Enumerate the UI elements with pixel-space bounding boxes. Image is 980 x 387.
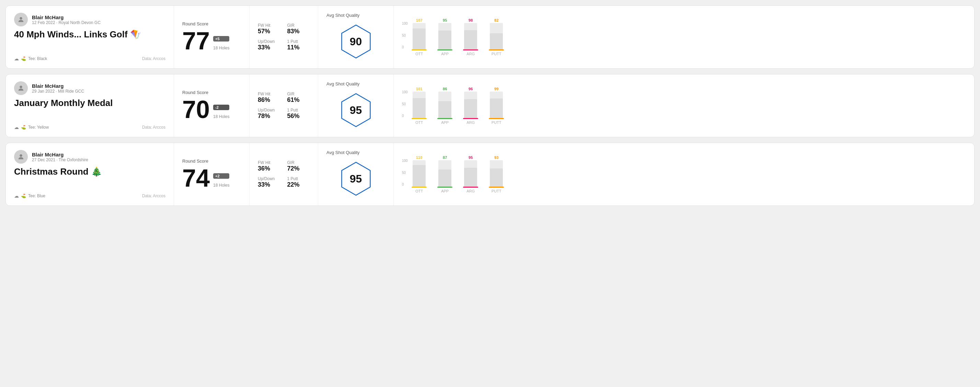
chart-column: 99 PUTT <box>487 87 506 125</box>
chart-column: 107 OTT <box>410 18 429 56</box>
score-badge: +5 <box>213 36 229 41</box>
stats-grid: FW Hit 57% GIR 83% Up/Down 33% 1 Putt 11… <box>258 23 310 51</box>
round-title: January Monthly Medal <box>14 98 165 108</box>
stat-label: Up/Down <box>258 108 280 113</box>
stat-value: 83% <box>287 28 310 35</box>
quality-label: Avg Shot Quality <box>326 150 360 155</box>
hexagon: 95 <box>339 159 373 199</box>
chart-section: 100 50 0 110 OTT 87 APP <box>394 143 974 206</box>
stat-item-3: 1 Putt 56% <box>287 108 310 120</box>
svg-point-4 <box>19 154 22 157</box>
svg-point-2 <box>19 86 22 88</box>
player-date: 12 Feb 2022 · Royal North Devon GC <box>32 20 100 25</box>
golf-bag-icon: ⛳ <box>21 125 26 130</box>
tee-label: Tee: Yellow <box>28 125 49 130</box>
round-card-2: Blair McHarg 29 Jan 2022 · Mill Ride GCC… <box>5 74 975 137</box>
hexagon: 90 <box>339 22 373 62</box>
stat-item-0: FW Hit 36% <box>258 160 280 172</box>
score-section: Round Score 77 +5 18 Holes <box>174 6 250 68</box>
stats-grid: FW Hit 36% GIR 72% Up/Down 33% 1 Putt 22… <box>258 160 310 188</box>
player-date: 29 Jan 2022 · Mill Ride GCC <box>32 89 84 94</box>
data-source: Data: Arccos <box>142 194 165 198</box>
stat-item-2: Up/Down 33% <box>258 39 280 51</box>
score-number: 77 <box>182 29 210 53</box>
weather-icon: ☁ <box>14 56 19 62</box>
player-info: Blair McHarg 27 Dec 2021 · The Oxfordshi… <box>14 150 165 163</box>
stat-value: 56% <box>287 113 310 120</box>
stat-label: GIR <box>287 23 310 28</box>
stat-item-2: Up/Down 33% <box>258 176 280 188</box>
score-label: Round Score <box>182 159 241 163</box>
round-card-3: Blair McHarg 27 Dec 2021 · The Oxfordshi… <box>5 143 975 206</box>
score-holes: 18 Holes <box>213 114 229 119</box>
stat-label: FW Hit <box>258 160 280 165</box>
stat-item-2: Up/Down 78% <box>258 108 280 120</box>
chart-column: 95 APP <box>436 18 455 56</box>
stats-grid: FW Hit 86% GIR 61% Up/Down 78% 1 Putt 56… <box>258 92 310 120</box>
stat-value: 57% <box>258 28 280 35</box>
tee-label: Tee: Black <box>28 56 47 61</box>
player-date: 27 Dec 2021 · The Oxfordshire <box>32 157 88 162</box>
quality-score: 95 <box>339 90 373 130</box>
tee-label: Tee: Blue <box>28 194 45 198</box>
stat-label: 1 Putt <box>287 176 310 181</box>
chart-column: 101 OTT <box>410 87 429 125</box>
quality-label: Avg Shot Quality <box>326 81 360 86</box>
tee-info: ☁ ⛳ Tee: Yellow <box>14 125 49 130</box>
score-section: Round Score 70 -2 18 Holes <box>174 75 250 137</box>
quality-label: Avg Shot Quality <box>326 13 360 18</box>
player-info: Blair McHarg 12 Feb 2022 · Royal North D… <box>14 13 165 26</box>
chart-column: 87 APP <box>436 155 455 193</box>
stat-label: Up/Down <box>258 39 280 44</box>
stat-item-1: GIR 72% <box>287 160 310 172</box>
score-badge: -2 <box>213 105 229 110</box>
quality-section: Avg Shot Quality 95 <box>318 75 394 137</box>
score-badge: +2 <box>213 173 229 179</box>
card-footer: ☁ ⛳ Tee: Yellow Data: Arccos <box>14 125 165 130</box>
quality-section: Avg Shot Quality 95 <box>318 143 394 206</box>
data-source: Data: Arccos <box>142 125 165 130</box>
stat-value: 22% <box>287 181 310 188</box>
round-card-1: Blair McHarg 12 Feb 2022 · Royal North D… <box>5 5 975 68</box>
card-left-2: Blair McHarg 29 Jan 2022 · Mill Ride GCC… <box>6 75 174 137</box>
stat-value: 11% <box>287 44 310 51</box>
stat-item-0: FW Hit 57% <box>258 23 280 35</box>
score-row: 77 +5 18 Holes <box>182 29 241 53</box>
score-row: 74 +2 18 Holes <box>182 166 241 190</box>
tee-info: ☁ ⛳ Tee: Black <box>14 56 47 62</box>
player-info: Blair McHarg 29 Jan 2022 · Mill Ride GCC <box>14 81 165 95</box>
score-number: 70 <box>182 97 210 122</box>
quality-section: Avg Shot Quality 90 <box>318 6 394 68</box>
hexagon-wrap: 90 <box>326 22 385 62</box>
stat-value: 86% <box>258 97 280 104</box>
stat-value: 61% <box>287 97 310 104</box>
chart-column: 110 OTT <box>410 155 429 193</box>
avatar <box>14 13 28 26</box>
card-footer: ☁ ⛳ Tee: Blue Data: Arccos <box>14 193 165 199</box>
round-title: Christmas Round 🎄 <box>14 167 165 177</box>
stat-label: 1 Putt <box>287 108 310 113</box>
weather-icon: ☁ <box>14 125 19 130</box>
weather-icon: ☁ <box>14 193 19 199</box>
quality-score: 90 <box>339 22 373 62</box>
stat-label: FW Hit <box>258 92 280 97</box>
stat-label: GIR <box>287 92 310 97</box>
score-label: Round Score <box>182 21 241 26</box>
round-title: 40 Mph Winds... Links Golf 🪁 <box>14 29 165 40</box>
player-name: Blair McHarg <box>32 83 84 89</box>
score-holes: 18 Holes <box>213 183 229 188</box>
stat-value: 78% <box>258 113 280 120</box>
avatar <box>14 150 28 163</box>
hexagon-wrap: 95 <box>326 159 385 199</box>
stat-item-3: 1 Putt 11% <box>287 39 310 51</box>
chart-column: 86 APP <box>436 87 455 125</box>
stat-value: 33% <box>258 44 280 51</box>
stat-label: FW Hit <box>258 23 280 28</box>
chart-column: 95 ARG <box>461 155 480 193</box>
stat-item-1: GIR 83% <box>287 23 310 35</box>
player-name: Blair McHarg <box>32 152 88 157</box>
card-footer: ☁ ⛳ Tee: Black Data: Arccos <box>14 56 165 62</box>
chart-column: 93 PUTT <box>487 155 506 193</box>
quality-score: 95 <box>339 159 373 199</box>
chart-section: 100 50 0 107 OTT 95 APP <box>394 6 974 68</box>
